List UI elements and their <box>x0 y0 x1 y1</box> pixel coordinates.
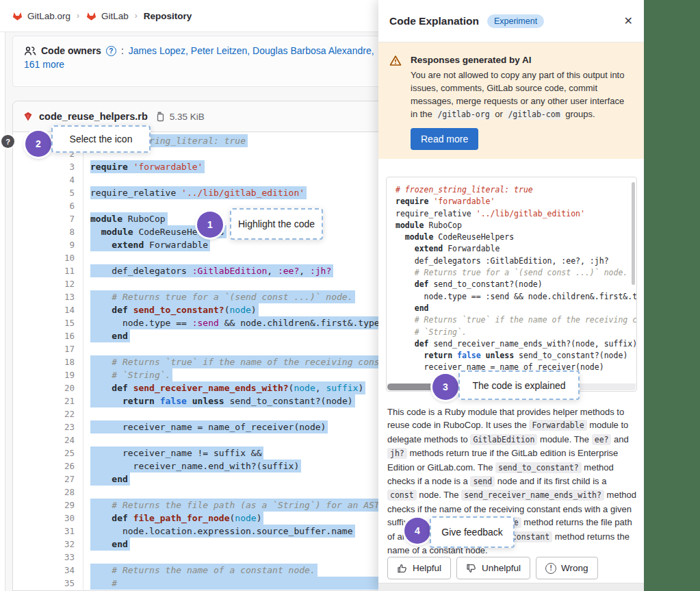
help-question-marker[interactable]: ? <box>1 135 14 148</box>
inline-code-chip: send_to_constant? <box>495 462 582 473</box>
inline-code-chip: send <box>470 476 495 487</box>
line-number[interactable]: 28 <box>13 486 83 499</box>
line-number[interactable]: 5 <box>13 186 83 199</box>
line-number[interactable]: 13 <box>13 290 83 303</box>
line-number[interactable]: 8 <box>13 225 83 238</box>
callout-1-tooltip: Highlight the code <box>230 208 323 240</box>
exclamation-icon: ! <box>545 563 556 574</box>
inline-code-chip: const <box>387 490 417 501</box>
line-number[interactable]: 30 <box>13 512 83 525</box>
ai-warning-box: Responses generated by AI You are not al… <box>378 42 644 159</box>
line-number[interactable]: 3 <box>13 160 83 173</box>
panel-title: Code Explanation <box>389 15 479 27</box>
snippet-line: return false unless send_to_constant?(no… <box>396 350 636 362</box>
snippet-line: node.type == :send && node.children&.fir… <box>396 291 636 303</box>
read-more-button[interactable]: Read more <box>411 128 478 150</box>
line-number[interactable]: 14 <box>13 303 83 316</box>
breadcrumb-item-gitlab[interactable]: GitLab <box>86 10 129 21</box>
snippet-code: # frozen_string_literal: truerequire 'fo… <box>387 177 636 377</box>
line-number[interactable]: 23 <box>13 420 83 433</box>
breadcrumb-label: GitLab <box>101 11 129 21</box>
code-owners-label: Code owners <box>41 45 101 56</box>
line-number[interactable]: 24 <box>13 433 83 447</box>
help-icon[interactable]: ? <box>106 46 116 56</box>
warning-icon <box>389 55 402 66</box>
line-number[interactable]: 35 <box>13 577 83 590</box>
line-number[interactable]: 32 <box>13 538 83 551</box>
ruby-file-icon <box>23 111 34 122</box>
callout-3[interactable]: 3 <box>432 374 458 400</box>
experiment-badge: Experiment <box>487 14 544 28</box>
callout-4[interactable]: 4 <box>404 518 430 544</box>
line-number[interactable]: 34 <box>13 564 83 577</box>
users-icon <box>24 46 36 56</box>
gitlab-logo-icon <box>12 10 23 21</box>
line-number[interactable]: 33 <box>13 551 83 564</box>
thumbs-down-icon <box>466 563 477 574</box>
text-segment: and <box>611 434 628 444</box>
line-number[interactable]: 12 <box>13 277 83 290</box>
inline-code-chip: /gitlab-org <box>435 109 492 120</box>
line-number[interactable]: 15 <box>13 316 83 329</box>
panel-header: Code Explanation Experiment ✕ <box>378 0 644 42</box>
inline-code-chip: jh? <box>387 448 407 459</box>
line-number[interactable]: 22 <box>13 407 83 420</box>
unhelpful-label: Unhelpful <box>482 563 521 573</box>
snippet-line: def send_receiver_name_ends_with?(node, … <box>396 338 636 350</box>
line-number[interactable]: 17 <box>13 342 83 355</box>
snippet-line: # Returns true for a `(send const ...)` … <box>396 267 636 279</box>
helpful-label: Helpful <box>413 563 441 573</box>
callout-1[interactable]: 1 <box>197 212 223 238</box>
line-number[interactable]: 29 <box>13 499 83 512</box>
line-number[interactable]: 18 <box>13 355 83 368</box>
breadcrumb-label: GitLab.org <box>27 11 70 21</box>
line-number[interactable]: 10 <box>13 251 83 264</box>
snippet-line: extend Forwardable <box>396 243 636 255</box>
inline-code-chip: GitlabEdition <box>470 434 537 445</box>
helpful-button[interactable]: Helpful <box>387 557 451 579</box>
snippet-line: require 'forwardable' <box>396 196 636 208</box>
line-number[interactable]: 7 <box>13 212 83 225</box>
text-segment: or <box>493 109 506 119</box>
owners-more-link[interactable]: 161 more <box>24 59 64 70</box>
snippet-line: # Returns `true` if the name of the rece… <box>396 314 636 326</box>
desktop-background <box>644 0 700 591</box>
close-icon[interactable]: ✕ <box>624 14 633 27</box>
line-number[interactable]: 9 <box>13 238 83 251</box>
line-number[interactable]: 27 <box>13 473 83 486</box>
breadcrumb-separator: › <box>75 11 81 21</box>
line-number[interactable]: 20 <box>13 381 83 394</box>
code-snippet-box: # frozen_string_literal: truerequire 'fo… <box>386 177 637 392</box>
copy-file-path-button[interactable] <box>155 112 164 122</box>
wrong-button[interactable]: ! Wrong <box>536 557 598 579</box>
panel-footer <box>378 583 644 591</box>
inline-code-chip: ee? <box>592 434 612 445</box>
line-number[interactable]: 21 <box>13 394 83 407</box>
feedback-buttons: Helpful Unhelpful ! Wrong <box>387 557 598 579</box>
breadcrumb-item-gitlab-org[interactable]: GitLab.org <box>12 10 70 21</box>
text-segment: groups. <box>563 109 595 119</box>
callout-2[interactable]: 2 <box>25 131 51 157</box>
gitlab-logo-icon <box>86 10 97 21</box>
snippet-line: require_relative '../lib/gitlab_edition' <box>396 208 636 220</box>
code-owners-links[interactable]: James Lopez, Peter Leitzen, Douglas Barb… <box>129 45 374 56</box>
line-number[interactable]: 19 <box>13 368 83 381</box>
snippet-line: # `String`. <box>396 327 636 338</box>
inline-code-chip: Forwardable <box>529 420 586 431</box>
line-number[interactable]: 26 <box>13 460 83 473</box>
code-explanation-panel: Code Explanation Experiment ✕ Responses … <box>378 0 644 591</box>
snippet-line: def send_to_constant?(node) <box>396 279 636 290</box>
callout-2-tooltip: Select the icon <box>51 125 151 153</box>
callout-3-tooltip: The code is explained <box>458 370 580 400</box>
page: GitLab.org › GitLab › Repository Code ow… <box>0 0 700 591</box>
line-number[interactable]: 11 <box>13 264 83 277</box>
line-number[interactable]: 16 <box>13 329 83 342</box>
line-number[interactable]: 31 <box>13 525 83 538</box>
warning-body: You are not allowed to copy any part of … <box>411 68 633 121</box>
breadcrumb-current: Repository <box>144 11 192 21</box>
unhelpful-button[interactable]: Unhelpful <box>456 557 530 579</box>
line-number[interactable]: 4 <box>13 173 83 186</box>
line-number[interactable]: 25 <box>13 447 83 460</box>
line-number[interactable]: 6 <box>13 199 83 212</box>
vertical-scrollbar[interactable] <box>632 182 635 285</box>
